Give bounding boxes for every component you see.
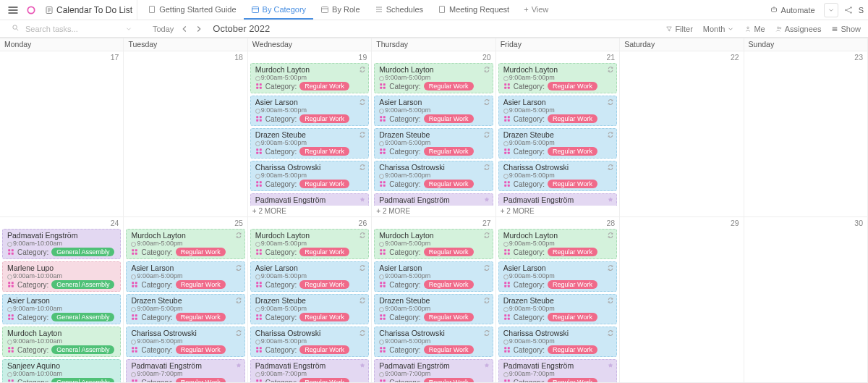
automate-button[interactable]: Automate — [765, 4, 820, 17]
add-view-button[interactable]: + View — [516, 0, 556, 20]
list-icon — [45, 6, 54, 14]
svg-rect-124 — [260, 282, 262, 284]
menu-icon[interactable] — [4, 1, 22, 19]
calendar-event[interactable]: Asier Larson9:00am-10:00amCategory:Gener… — [2, 294, 121, 324]
day-cell[interactable]: 18 — [124, 51, 247, 217]
calendar-event[interactable]: Murdoch Layton9:00am-10:00amCategory:Gen… — [2, 327, 121, 357]
calendar-event[interactable]: Padmavati Engström9:00am-7:00pmCategory:… — [374, 359, 493, 382]
day-cell[interactable]: 26 Murdoch Layton9:00am-5:00pmCategory:R… — [248, 217, 372, 383]
toolbar: Today October 2022 Filter Month Me Assig… — [0, 20, 868, 38]
tab-label: By Role — [332, 5, 360, 14]
day-cell[interactable]: 17 — [0, 51, 124, 217]
day-cell[interactable]: 30 — [744, 217, 868, 383]
tab-by-role[interactable]: By Role — [313, 0, 367, 20]
recurring-icon — [607, 131, 614, 138]
calendar-event[interactable]: Charissa Ostrowski9:00am-5:00pmCategory:… — [374, 327, 493, 357]
svg-rect-104 — [135, 282, 137, 284]
share-icon[interactable] — [843, 4, 854, 16]
view-mode-dropdown[interactable]: Month — [703, 25, 735, 33]
calendar-event[interactable]: Asier Larson9:00am-5:00pmCategory:Regula… — [250, 96, 369, 126]
share-suffix: S — [859, 6, 864, 14]
calendar-event[interactable]: Padmavati Engström9:00am-7:00pmCategory:… — [498, 193, 617, 206]
calendar-event[interactable]: Asier Larson9:00am-5:00pmCategory:Regula… — [498, 261, 617, 292]
calendar-event[interactable]: Murdoch Layton9:00am-5:00pmCategory:Regu… — [250, 63, 369, 93]
svg-rect-147 — [380, 314, 383, 316]
calendar-event[interactable]: Charissa Ostrowski9:00am-5:00pmCategory:… — [498, 161, 617, 191]
day-header: Friday — [496, 38, 620, 51]
svg-rect-139 — [380, 249, 383, 251]
calendar-event[interactable]: Charissa Ostrowski9:00am-5:00pmCategory:… — [250, 161, 369, 191]
event-title: Charissa Ostrowski — [379, 163, 489, 172]
calendar-event[interactable]: Drazen Steube9:00am-5:00pmCategory:Regul… — [498, 294, 617, 324]
tab-by-category[interactable]: By Category — [244, 0, 314, 20]
category-tag: General Assembly — [51, 313, 114, 321]
day-cell[interactable]: 28 Murdoch Layton9:00am-5:00pmCategory:R… — [496, 217, 620, 383]
filter-button[interactable]: Filter — [665, 25, 692, 33]
calendar-event[interactable]: Murdoch Layton9:00am-5:00pmCategory:Regu… — [126, 229, 244, 259]
today-button[interactable]: Today — [153, 25, 174, 33]
calendar-event[interactable]: Drazen Steube9:00am-5:00pmCategory:Regul… — [250, 128, 369, 159]
me-button[interactable]: Me — [744, 25, 765, 33]
category-icon — [131, 281, 138, 288]
day-cell[interactable]: 23 — [744, 51, 868, 217]
day-cell[interactable]: 27 Murdoch Layton9:00am-5:00pmCategory:R… — [372, 217, 495, 383]
calendar-event[interactable]: Murdoch Layton9:00am-5:00pmCategory:Regu… — [250, 229, 369, 259]
assignees-button[interactable]: Assignees — [775, 25, 822, 33]
calendar-event[interactable]: Padmavati Engström9:00am-10:00amCategory… — [2, 229, 121, 259]
more-events-link[interactable]: + 2 MORE — [248, 206, 371, 216]
day-cell[interactable]: 21 Murdoch Layton9:00am-5:00pmCategory:R… — [496, 51, 620, 217]
category-tag: Regular Work — [548, 280, 597, 289]
tab-schedules[interactable]: Schedules — [367, 0, 430, 20]
calendar-event[interactable]: Drazen Steube9:00am-5:00pmCategory:Regul… — [374, 128, 493, 159]
calendar-event[interactable]: Marlene Lupo9:00am-10:00amCategory:Gener… — [2, 261, 121, 292]
prev-month-button[interactable] — [179, 24, 190, 34]
calendar-event[interactable]: Charissa Ostrowski9:00am-5:00pmCategory:… — [498, 327, 617, 357]
calendar-event[interactable]: Drazen Steube9:00am-5:00pmCategory:Regul… — [374, 294, 493, 324]
search-dropdown-icon[interactable] — [125, 25, 132, 33]
day-cell[interactable]: 29 — [620, 217, 744, 383]
day-cell[interactable]: 20 Murdoch Layton9:00am-5:00pmCategory:R… — [372, 51, 495, 217]
tab-meeting-request[interactable]: Meeting Request — [430, 0, 516, 20]
calendar-event[interactable]: Murdoch Layton9:00am-5:00pmCategory:Regu… — [498, 229, 617, 259]
calendar-event[interactable]: Charissa Ostrowski9:00am-5:00pmCategory:… — [126, 327, 244, 357]
event-time: 9:00am-7:00pm — [503, 204, 613, 206]
calendar-event[interactable]: Padmavati Engström9:00am-7:00pmCategory:… — [126, 359, 244, 382]
calendar-event[interactable]: Drazen Steube9:00am-5:00pmCategory:Regul… — [250, 294, 369, 324]
calendar-event[interactable]: Charissa Ostrowski9:00am-5:00pmCategory:… — [250, 327, 369, 357]
calendar-event[interactable]: Asier Larson9:00am-5:00pmCategory:Regula… — [374, 261, 493, 292]
day-cell[interactable]: 22 — [620, 51, 744, 217]
event-time: 9:00am-5:00pm — [255, 272, 365, 279]
calendar-event[interactable]: Padmavati Engström9:00am-7:00pmCategory:… — [374, 193, 493, 206]
calendar-event[interactable]: Murdoch Layton9:00am-5:00pmCategory:Regu… — [374, 229, 493, 259]
calendar-event[interactable]: Asier Larson9:00am-5:00pmCategory:Regula… — [498, 96, 617, 126]
calendar-event[interactable]: Murdoch Layton9:00am-5:00pmCategory:Regu… — [374, 63, 493, 93]
category-icon — [7, 313, 14, 321]
calendar-event[interactable]: Drazen Steube9:00am-5:00pmCategory:Regul… — [498, 128, 617, 159]
more-events-link[interactable]: + 2 MORE — [496, 206, 619, 216]
calendar-event[interactable]: Sanjeev Aquino9:00am-10:00amCategory:Gen… — [2, 359, 121, 382]
category-label: Category: — [389, 379, 420, 383]
calendar-event[interactable]: Padmavati Engström9:00am-7:00pmCategory:… — [498, 359, 617, 382]
automate-dropdown[interactable] — [824, 3, 838, 17]
calendar-event[interactable]: Murdoch Layton9:00am-5:00pmCategory:Regu… — [498, 63, 617, 93]
tab-getting-started[interactable]: Getting Started Guide — [140, 0, 243, 20]
calendar-event[interactable]: Asier Larson9:00am-5:00pmCategory:Regula… — [126, 261, 244, 292]
search-icon — [12, 24, 20, 33]
more-events-link[interactable]: + 2 MORE — [372, 206, 495, 216]
calendar-event[interactable]: Drazen Steube9:00am-5:00pmCategory:Regul… — [126, 294, 244, 324]
calendar-event[interactable]: Charissa Ostrowski9:00am-5:00pmCategory:… — [374, 161, 493, 191]
day-cell[interactable]: 25 Murdoch Layton9:00am-5:00pmCategory:R… — [124, 217, 247, 383]
svg-rect-144 — [383, 282, 386, 284]
calendar-event[interactable]: Asier Larson9:00am-5:00pmCategory:Regula… — [250, 261, 369, 292]
calendar-event[interactable]: Asier Larson9:00am-5:00pmCategory:Regula… — [374, 96, 493, 126]
category-label: Category: — [17, 313, 48, 321]
show-button[interactable]: Show — [831, 25, 861, 33]
calendar-event[interactable]: Padmavati Engström9:00am-7:00pmCategory:… — [250, 193, 369, 206]
svg-rect-53 — [380, 185, 383, 187]
date-number: 28 — [496, 217, 619, 227]
next-month-button[interactable] — [194, 24, 204, 34]
day-cell[interactable]: 19 Murdoch Layton9:00am-5:00pmCategory:R… — [248, 51, 372, 217]
calendar-event[interactable]: Padmavati Engström9:00am-7:00pmCategory:… — [250, 359, 369, 382]
search-input[interactable] — [25, 25, 119, 33]
day-cell[interactable]: 24 Padmavati Engström9:00am-10:00amCateg… — [0, 217, 124, 383]
